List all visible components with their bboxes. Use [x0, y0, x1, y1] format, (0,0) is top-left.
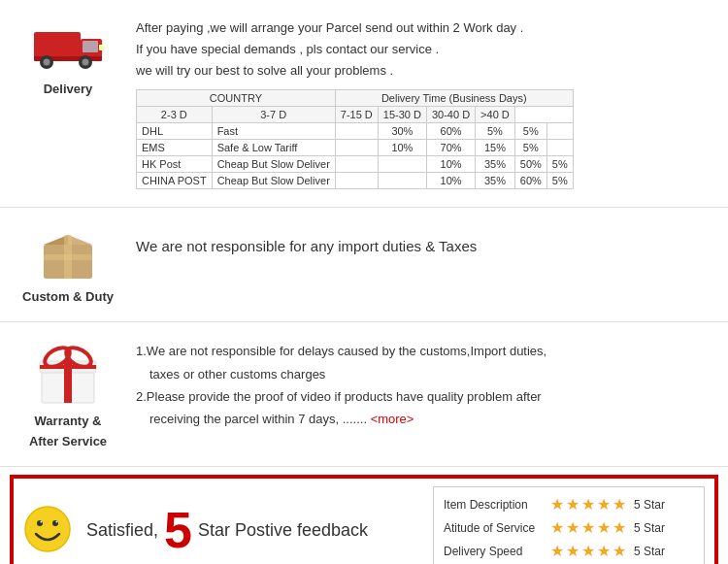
warranty-line2: 2.Please provide the proof of video if p…: [136, 385, 718, 408]
smiley-icon: [23, 505, 72, 553]
star-rating: ★★★★★: [550, 495, 626, 514]
delivery-label: Delivery: [44, 82, 93, 96]
truck-icon: [29, 17, 107, 76]
star-icon: ★: [612, 495, 626, 514]
feedback-satisfied: Satisfied, 5 Star Postive feedback: [86, 505, 368, 555]
star-icon: ★: [566, 495, 579, 514]
table-row: CHINA POSTCheap But Slow Deliver10%35%60…: [137, 173, 574, 189]
star-icon: ★: [612, 518, 626, 537]
svg-rect-8: [99, 45, 104, 50]
table-cell: 5%: [514, 140, 546, 156]
table-cell: 50%: [514, 156, 546, 173]
svg-rect-2: [83, 41, 98, 52]
star-icon: ★: [581, 542, 595, 560]
carrier-name: DHL: [137, 123, 213, 140]
star-icon: ★: [581, 518, 595, 537]
feedback-text-area: Satisfied, 5 Star Postive feedback: [86, 505, 423, 555]
table-cell: [546, 123, 573, 140]
svg-point-5: [44, 59, 50, 66]
table-cell: 30%: [378, 123, 426, 140]
warranty-label1: Warranty &: [35, 414, 102, 428]
star-text: 5 Star: [634, 545, 665, 558]
table-cell: [546, 140, 573, 156]
delivery-line2: If you have special demands , pls contac…: [136, 39, 718, 60]
svg-point-21: [25, 507, 70, 551]
col-country: COUNTRY: [137, 90, 336, 107]
warranty-section: Warranty & After Service 1.We are not re…: [0, 322, 728, 467]
table-cell: 60%: [514, 173, 546, 189]
table-cell: [335, 123, 378, 140]
delivery-section: Delivery After paying ,we will arrange y…: [0, 0, 728, 208]
table-cell: 10%: [426, 156, 475, 173]
svg-rect-0: [34, 32, 81, 59]
table-cell: 5%: [514, 123, 546, 140]
table-cell: 35%: [476, 173, 515, 189]
warranty-line1: 1.We are not responsible for delays caus…: [136, 340, 718, 362]
table-cell: 5%: [476, 123, 515, 140]
table-cell: 15%: [476, 140, 515, 156]
warranty-content: 1.We are not responsible for delays caus…: [126, 340, 718, 431]
star-icon: ★: [597, 542, 611, 560]
rating-label: Delivery Speed: [444, 545, 550, 558]
custom-content: We are not responsible for any import du…: [126, 225, 718, 258]
table-cell: [335, 173, 378, 189]
svg-point-24: [41, 520, 43, 522]
svg-point-25: [56, 520, 58, 522]
rating-label: Item Description: [444, 498, 550, 512]
star-icon: ★: [550, 542, 564, 560]
delivery-icon-col: Delivery: [10, 17, 126, 96]
star-icon: ★: [612, 542, 626, 560]
star-icon: ★: [581, 495, 595, 514]
table-cell: 5%: [546, 156, 573, 173]
delivery-content: After paying ,we will arrange your Parce…: [126, 17, 718, 189]
table-cell: 60%: [426, 123, 475, 140]
col-30-40d: 30-40 D: [426, 107, 475, 123]
delivery-table: COUNTRY Delivery Time (Business Days) 2-…: [136, 89, 574, 189]
more-link[interactable]: <more>: [371, 412, 414, 426]
table-cell: 70%: [426, 140, 475, 156]
table-row: DHLFast30%60%5%5%: [137, 123, 574, 140]
rating-row: Delivery Speed★★★★★5 Star: [444, 542, 694, 560]
table-cell: [335, 156, 378, 173]
warranty-line1b: taxes or other customs charges: [136, 363, 718, 385]
col-3-7d: 3-7 D: [212, 107, 335, 123]
carrier-desc: Fast: [212, 123, 335, 140]
carrier-name: EMS: [137, 140, 213, 156]
table-cell: [335, 140, 378, 156]
carrier-desc: Cheap But Slow Deliver: [212, 156, 335, 173]
table-cell: 5%: [546, 173, 573, 189]
feedback-wrapper-outer: Satisfied, 5 Star Postive feedback Item …: [5, 475, 723, 564]
feedback-section: Satisfied, 5 Star Postive feedback Item …: [10, 479, 718, 564]
star-rating: ★★★★★: [550, 518, 626, 537]
smiley-col: [23, 505, 77, 556]
col-7-15d: 7-15 D: [335, 107, 378, 123]
col-40d: >40 D: [476, 107, 515, 123]
gift-icon: [34, 340, 102, 408]
col-2-3d: 2-3 D: [137, 107, 213, 123]
table-cell: 35%: [476, 156, 515, 173]
custom-section: Custom & Duty We are not responsible for…: [0, 208, 728, 322]
svg-point-7: [83, 59, 89, 66]
warranty-line2b: receiving the parcel within 7 days, ....…: [136, 408, 718, 430]
star-icon: ★: [597, 518, 611, 537]
col-delivery-header: Delivery Time (Business Days): [335, 90, 573, 107]
star-icon: ★: [550, 518, 564, 537]
table-row: EMSSafe & Low Tariff10%70%15%5%: [137, 140, 574, 156]
svg-point-20: [64, 357, 72, 365]
ratings-box: Item Description★★★★★5 StarAtitude of Se…: [433, 486, 705, 564]
table-cell: [378, 156, 426, 173]
rating-label: Atitude of Service: [444, 521, 550, 535]
carrier-name: CHINA POST: [137, 173, 213, 189]
star-text: 5 Star: [634, 498, 665, 512]
star-icon: ★: [566, 542, 579, 560]
svg-rect-13: [44, 254, 92, 260]
box-icon: [34, 225, 102, 283]
custom-icon-col: Custom & Duty: [10, 225, 126, 304]
col-15-30d: 15-30 D: [378, 107, 426, 123]
table-cell: [378, 173, 426, 189]
star-icon: ★: [597, 495, 611, 514]
rating-row: Atitude of Service★★★★★5 Star: [444, 518, 694, 537]
star-icon: ★: [566, 518, 579, 537]
star-rating: ★★★★★: [550, 542, 626, 560]
rating-row: Item Description★★★★★5 Star: [444, 495, 694, 514]
